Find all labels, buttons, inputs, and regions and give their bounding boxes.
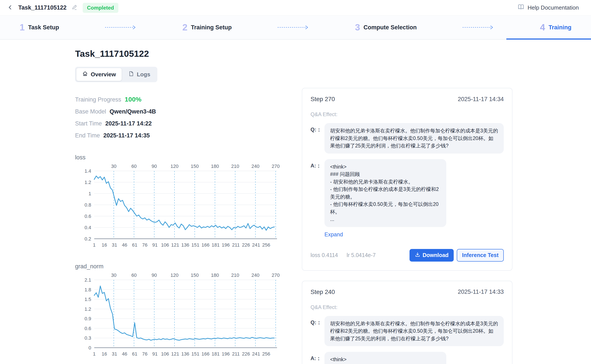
svg-text:1: 1	[93, 351, 95, 357]
svg-text:106: 106	[161, 242, 169, 248]
svg-text:151: 151	[192, 351, 199, 357]
svg-text:180: 180	[211, 273, 219, 278]
step-arrow-icon	[105, 25, 137, 30]
card-step-title: Step 270	[311, 96, 335, 103]
answer-bubble: <think> ### 问题回顾 - 胡安和他的兄弟卡洛斯在卖柠檬水。 - 他们…	[325, 352, 446, 364]
svg-text:196: 196	[222, 242, 230, 248]
chevron-left-icon	[7, 4, 13, 12]
svg-text:91: 91	[152, 242, 158, 248]
svg-text:150: 150	[191, 163, 199, 169]
svg-text:211: 211	[232, 242, 239, 248]
back-button[interactable]	[7, 4, 13, 12]
card-timestamp: 2025-11-17 14:33	[458, 289, 504, 295]
svg-text:241: 241	[252, 351, 260, 357]
svg-text:61: 61	[132, 351, 137, 357]
svg-text:76: 76	[142, 242, 147, 248]
loss-chart: 0.20.40.60.811.21.4306090120150180210240…	[75, 162, 280, 249]
question-label: Q:：	[311, 316, 325, 346]
svg-text:1.4: 1.4	[84, 168, 91, 174]
question-bubble: 胡安和他的兄弟卡洛斯在卖柠檬水。他们制作每加仑柠檬水的成本是3美元的柠檬和2美元…	[325, 123, 504, 154]
answer-line: - 他们每杯柠檬水卖0.50美元，每加仑可以倒出20杯。	[330, 201, 441, 215]
task-title: Task_1117105122	[18, 4, 66, 11]
svg-text:16: 16	[102, 242, 107, 248]
loss-chart-block: loss 0.20.40.60.811.21.43060901201501802…	[75, 154, 280, 249]
stepper-step-training[interactable]: 4 Training	[540, 23, 571, 32]
step-label: Training Setup	[191, 24, 232, 31]
info-label: End Time	[75, 132, 100, 139]
page-title: Task_1117105122	[75, 49, 280, 59]
tab-logs[interactable]: Logs	[122, 68, 156, 81]
svg-text:31: 31	[112, 242, 117, 248]
info-label: Training Progress	[75, 96, 121, 103]
svg-text:166: 166	[201, 242, 210, 248]
svg-text:240: 240	[251, 163, 259, 169]
checkpoint-card-step-270: Step 270 2025-11-17 14:34 Q&A Effect: Q:…	[302, 88, 512, 271]
answer-bubble: <think> ### 问题回顾 - 胡安和他的兄弟卡洛斯在卖柠檬水。 - 他们…	[325, 159, 446, 227]
svg-text:270: 270	[272, 163, 280, 169]
answer-line: ...	[330, 215, 441, 223]
download-button[interactable]: Download	[410, 249, 454, 262]
start-time-value: 2025-11-17 14:22	[105, 120, 152, 127]
svg-text:61: 61	[132, 242, 137, 248]
inference-test-button[interactable]: Inference Test	[457, 249, 504, 262]
svg-text:0.2: 0.2	[84, 236, 91, 241]
svg-text:0.4: 0.4	[84, 225, 91, 230]
svg-text:76: 76	[142, 351, 147, 357]
card-step-title: Step 240	[311, 289, 335, 295]
svg-text:106: 106	[161, 351, 169, 357]
svg-text:180: 180	[211, 163, 219, 169]
svg-text:121: 121	[171, 351, 179, 357]
loss-chart-title: loss	[75, 154, 280, 161]
svg-text:256: 256	[262, 242, 270, 248]
svg-text:0.3: 0.3	[84, 335, 91, 341]
step-number: 4	[540, 23, 545, 32]
svg-text:240: 240	[251, 273, 259, 278]
tab-overview[interactable]: Overview	[76, 68, 122, 81]
tab-overview-label: Overview	[91, 71, 116, 78]
svg-text:90: 90	[152, 163, 157, 169]
main-content: Task_1117105122 Overview Logs Training P…	[0, 39, 591, 364]
answer-line: - 他们制作每加仑柠檬水的成本是3美元的柠檬和2美元的糖。	[330, 185, 441, 201]
answer-label: A:：	[311, 159, 325, 227]
svg-text:0: 0	[89, 345, 91, 351]
svg-text:150: 150	[191, 273, 199, 278]
svg-text:256: 256	[262, 351, 270, 357]
status-badge: Completed	[83, 3, 118, 13]
answer-line: - 胡安和他的兄弟卡洛斯在卖柠檬水。	[330, 178, 441, 186]
question-label: Q:：	[311, 123, 325, 154]
step-number: 1	[20, 23, 25, 32]
svg-text:181: 181	[212, 351, 220, 357]
step-arrow-icon	[462, 25, 495, 30]
step-label: Training	[549, 24, 571, 31]
answer-line: ### 问题回顾	[330, 363, 441, 364]
svg-text:1.5: 1.5	[84, 297, 91, 302]
answer-line: ### 问题回顾	[330, 170, 441, 178]
svg-text:1.2: 1.2	[84, 306, 91, 312]
grad-norm-chart-title: grad_norm	[75, 263, 280, 270]
expand-link[interactable]: Expand	[325, 231, 343, 238]
svg-text:31: 31	[112, 351, 117, 357]
svg-text:181: 181	[212, 242, 220, 248]
download-label: Download	[423, 252, 448, 258]
help-documentation-label: Help Documentation	[527, 4, 579, 11]
qa-effect-label: Q&A Effect:	[311, 111, 504, 117]
svg-text:226: 226	[242, 351, 250, 357]
stepper-step-training-setup[interactable]: 2 Training Setup	[182, 23, 232, 32]
stepper-step-task-setup[interactable]: 1 Task Setup	[20, 23, 59, 32]
stepper-step-compute-selection[interactable]: 3 Compute Selection	[355, 23, 417, 32]
answer-line: <think>	[330, 163, 441, 171]
info-label: Start Time	[75, 120, 102, 127]
svg-text:210: 210	[231, 163, 239, 169]
svg-text:136: 136	[181, 242, 189, 248]
edit-task-name-button[interactable]	[71, 4, 78, 12]
svg-text:30: 30	[111, 273, 116, 278]
svg-text:1: 1	[89, 191, 91, 196]
stepper: 1 Task Setup 2 Training Setup 3 Compute …	[0, 16, 591, 39]
svg-text:270: 270	[272, 273, 280, 278]
answer-label: A:：	[311, 352, 325, 364]
svg-text:211: 211	[232, 351, 239, 357]
svg-text:16: 16	[102, 351, 107, 357]
grad-norm-chart-block: grad_norm 00.30.60.91.21.51.82.130609012…	[75, 263, 280, 358]
help-documentation-link[interactable]: Help Documentation	[518, 3, 579, 12]
info-row-base-model: Base Model Qwen/Qwen3-4B	[75, 108, 280, 115]
